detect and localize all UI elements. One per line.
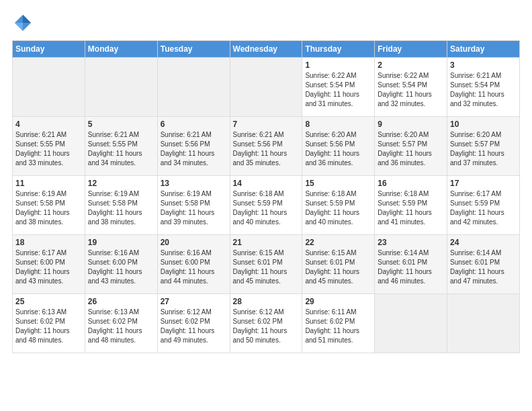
- week-row-3: 11Sunrise: 6:19 AM Sunset: 5:58 PM Dayli…: [13, 176, 520, 235]
- calendar-cell: [447, 294, 520, 353]
- cell-content: Sunrise: 6:18 AM Sunset: 5:59 PM Dayligh…: [305, 189, 371, 227]
- day-number: 25: [15, 297, 82, 306]
- cell-content: Sunrise: 6:11 AM Sunset: 6:02 PM Dayligh…: [305, 308, 371, 345]
- calendar-cell: 17Sunrise: 6:17 AM Sunset: 5:59 PM Dayli…: [447, 176, 520, 235]
- cell-content: Sunrise: 6:19 AM Sunset: 5:58 PM Dayligh…: [15, 189, 82, 227]
- day-number: 23: [378, 238, 444, 247]
- week-row-1: 1Sunrise: 6:22 AM Sunset: 5:54 PM Daylig…: [13, 58, 520, 117]
- day-header-thursday: Thursday: [302, 41, 375, 58]
- calendar-cell: [157, 58, 230, 117]
- day-header-saturday: Saturday: [447, 41, 520, 58]
- calendar-cell: 5Sunrise: 6:21 AM Sunset: 5:55 PM Daylig…: [85, 117, 157, 176]
- cell-content: Sunrise: 6:16 AM Sunset: 6:00 PM Dayligh…: [88, 248, 154, 286]
- cell-content: Sunrise: 6:16 AM Sunset: 6:00 PM Dayligh…: [161, 248, 227, 286]
- cell-content: Sunrise: 6:15 AM Sunset: 6:01 PM Dayligh…: [305, 248, 371, 286]
- day-number: 22: [305, 238, 371, 247]
- day-number: 8: [305, 120, 371, 129]
- day-number: 28: [233, 297, 300, 306]
- calendar-cell: [13, 58, 85, 117]
- day-number: 4: [15, 120, 82, 129]
- cell-content: Sunrise: 6:19 AM Sunset: 5:58 PM Dayligh…: [88, 189, 154, 227]
- day-number: 12: [88, 179, 154, 188]
- calendar-cell: 10Sunrise: 6:20 AM Sunset: 5:57 PM Dayli…: [447, 117, 520, 176]
- cell-content: Sunrise: 6:22 AM Sunset: 5:54 PM Dayligh…: [305, 71, 371, 109]
- calendar-cell: 23Sunrise: 6:14 AM Sunset: 6:01 PM Dayli…: [375, 235, 447, 294]
- svg-marker-1: [23, 15, 31, 23]
- calendar-cell: 26Sunrise: 6:13 AM Sunset: 6:02 PM Dayli…: [85, 294, 157, 353]
- calendar-cell: 18Sunrise: 6:17 AM Sunset: 6:00 PM Dayli…: [13, 235, 85, 294]
- calendar-cell: 20Sunrise: 6:16 AM Sunset: 6:00 PM Dayli…: [157, 235, 230, 294]
- calendar-cell: [230, 58, 302, 117]
- header: [12, 12, 520, 34]
- cell-content: Sunrise: 6:22 AM Sunset: 5:54 PM Dayligh…: [378, 71, 444, 109]
- day-number: 10: [450, 120, 517, 129]
- day-number: 24: [450, 238, 517, 247]
- day-number: 13: [161, 179, 227, 188]
- cell-content: Sunrise: 6:13 AM Sunset: 6:02 PM Dayligh…: [15, 308, 82, 345]
- day-number: 19: [88, 238, 154, 247]
- cell-content: Sunrise: 6:20 AM Sunset: 5:57 PM Dayligh…: [450, 130, 517, 168]
- calendar-cell: 12Sunrise: 6:19 AM Sunset: 5:58 PM Dayli…: [85, 176, 157, 235]
- calendar-cell: 6Sunrise: 6:21 AM Sunset: 5:56 PM Daylig…: [157, 117, 230, 176]
- cell-content: Sunrise: 6:21 AM Sunset: 5:55 PM Dayligh…: [15, 130, 82, 168]
- cell-content: Sunrise: 6:13 AM Sunset: 6:02 PM Dayligh…: [88, 308, 154, 345]
- day-number: 7: [233, 120, 300, 129]
- calendar-cell: 27Sunrise: 6:12 AM Sunset: 6:02 PM Dayli…: [157, 294, 230, 353]
- calendar-cell: [375, 294, 447, 353]
- calendar-cell: 21Sunrise: 6:15 AM Sunset: 6:01 PM Dayli…: [230, 235, 302, 294]
- day-header-friday: Friday: [375, 41, 447, 58]
- day-number: 15: [305, 179, 371, 188]
- calendar-cell: 13Sunrise: 6:19 AM Sunset: 5:58 PM Dayli…: [157, 176, 230, 235]
- day-number: 1: [305, 60, 371, 70]
- cell-content: Sunrise: 6:12 AM Sunset: 6:02 PM Dayligh…: [161, 308, 227, 345]
- calendar-cell: 22Sunrise: 6:15 AM Sunset: 6:01 PM Dayli…: [302, 235, 375, 294]
- day-number: 6: [161, 120, 227, 129]
- cell-content: Sunrise: 6:18 AM Sunset: 5:59 PM Dayligh…: [233, 189, 300, 227]
- cell-content: Sunrise: 6:19 AM Sunset: 5:58 PM Dayligh…: [161, 189, 227, 227]
- day-header-wednesday: Wednesday: [230, 41, 302, 58]
- calendar-cell: 29Sunrise: 6:11 AM Sunset: 6:02 PM Dayli…: [302, 294, 375, 353]
- calendar-cell: 24Sunrise: 6:14 AM Sunset: 6:01 PM Dayli…: [447, 235, 520, 294]
- calendar-cell: 28Sunrise: 6:12 AM Sunset: 6:02 PM Dayli…: [230, 294, 302, 353]
- cell-content: Sunrise: 6:15 AM Sunset: 6:01 PM Dayligh…: [233, 248, 300, 286]
- calendar-cell: 2Sunrise: 6:22 AM Sunset: 5:54 PM Daylig…: [375, 58, 447, 117]
- week-row-5: 25Sunrise: 6:13 AM Sunset: 6:02 PM Dayli…: [13, 294, 520, 353]
- day-number: 3: [450, 60, 517, 70]
- day-number: 20: [161, 238, 227, 247]
- calendar-cell: 15Sunrise: 6:18 AM Sunset: 5:59 PM Dayli…: [302, 176, 375, 235]
- week-row-2: 4Sunrise: 6:21 AM Sunset: 5:55 PM Daylig…: [13, 117, 520, 176]
- page: SundayMondayTuesdayWednesdayThursdayFrid…: [0, 0, 532, 360]
- day-number: 26: [88, 297, 154, 306]
- day-number: 27: [161, 297, 227, 306]
- logo: [12, 12, 38, 34]
- cell-content: Sunrise: 6:14 AM Sunset: 6:01 PM Dayligh…: [450, 248, 517, 286]
- calendar-cell: 14Sunrise: 6:18 AM Sunset: 5:59 PM Dayli…: [230, 176, 302, 235]
- day-number: 5: [88, 120, 154, 129]
- logo-icon: [12, 12, 34, 34]
- cell-content: Sunrise: 6:17 AM Sunset: 6:00 PM Dayligh…: [15, 248, 82, 286]
- cell-content: Sunrise: 6:20 AM Sunset: 5:57 PM Dayligh…: [378, 130, 444, 168]
- calendar-cell: 7Sunrise: 6:21 AM Sunset: 5:56 PM Daylig…: [230, 117, 302, 176]
- cell-content: Sunrise: 6:17 AM Sunset: 5:59 PM Dayligh…: [450, 189, 517, 227]
- cell-content: Sunrise: 6:21 AM Sunset: 5:54 PM Dayligh…: [450, 71, 517, 109]
- calendar-cell: 16Sunrise: 6:18 AM Sunset: 5:59 PM Dayli…: [375, 176, 447, 235]
- day-number: 14: [233, 179, 300, 188]
- calendar-cell: 9Sunrise: 6:20 AM Sunset: 5:57 PM Daylig…: [375, 117, 447, 176]
- cell-content: Sunrise: 6:12 AM Sunset: 6:02 PM Dayligh…: [233, 308, 300, 345]
- day-number: 16: [378, 179, 444, 188]
- cell-content: Sunrise: 6:21 AM Sunset: 5:56 PM Dayligh…: [161, 130, 227, 168]
- day-number: 17: [450, 179, 517, 188]
- cell-content: Sunrise: 6:14 AM Sunset: 6:01 PM Dayligh…: [378, 248, 444, 286]
- day-header-tuesday: Tuesday: [157, 41, 230, 58]
- cell-content: Sunrise: 6:18 AM Sunset: 5:59 PM Dayligh…: [378, 189, 444, 227]
- cell-content: Sunrise: 6:21 AM Sunset: 5:55 PM Dayligh…: [88, 130, 154, 168]
- header-row: SundayMondayTuesdayWednesdayThursdayFrid…: [13, 41, 520, 58]
- cell-content: Sunrise: 6:20 AM Sunset: 5:56 PM Dayligh…: [305, 130, 371, 168]
- day-number: 11: [15, 179, 82, 188]
- calendar-cell: 4Sunrise: 6:21 AM Sunset: 5:55 PM Daylig…: [13, 117, 85, 176]
- calendar-table: SundayMondayTuesdayWednesdayThursdayFrid…: [12, 40, 520, 353]
- day-header-sunday: Sunday: [13, 41, 85, 58]
- calendar-cell: 8Sunrise: 6:20 AM Sunset: 5:56 PM Daylig…: [302, 117, 375, 176]
- calendar-cell: [85, 58, 157, 117]
- day-number: 9: [378, 120, 444, 129]
